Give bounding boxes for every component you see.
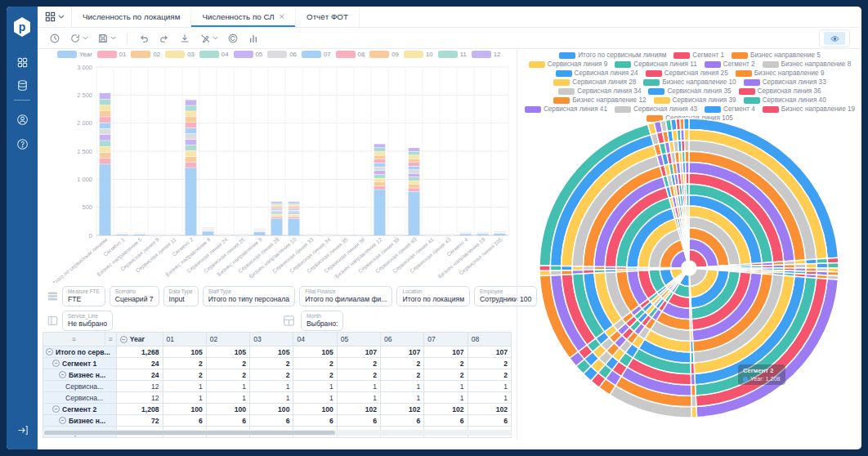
cell-month-06[interactable]: 1 (381, 381, 424, 392)
col-header-02[interactable]: 02 (206, 333, 249, 346)
cell-month-02[interactable]: 6 (206, 415, 249, 427)
col-header-08[interactable]: 08 (468, 333, 511, 346)
col-header-07[interactable]: 07 (424, 333, 468, 346)
filter-chip-staff-type[interactable]: Staff TypeИтого по типу персонала (203, 286, 296, 306)
tab-1[interactable]: Численность по локациям (72, 7, 191, 27)
sun-legend-item-19[interactable]: Сервисная линия 40 (744, 96, 826, 104)
row-label[interactable]: Сервисна... (43, 392, 117, 404)
cell-year[interactable]: 1,268 (116, 346, 163, 358)
sun-legend-item-23[interactable]: Бизнес направление 19 (763, 105, 855, 113)
cell-month-04[interactable]: 1 (293, 381, 337, 392)
filter-chip-service-line[interactable]: Service_LineНе выбрано (62, 311, 113, 331)
cell-month-08[interactable]: 2 (468, 358, 511, 369)
col-header-06[interactable]: 06 (381, 333, 424, 346)
sun-legend-item-6[interactable]: Сегмент 2 (705, 60, 755, 68)
cell-year[interactable]: 72 (116, 415, 163, 427)
sun-legend-item-13[interactable]: Сервисная линия 33 (744, 78, 826, 86)
cell-month-01[interactable]: 2 (163, 369, 206, 381)
cell-month-01[interactable]: 100 (163, 404, 206, 415)
legend-item-03[interactable]: 03 (165, 51, 195, 58)
tab-2[interactable]: Численность по СЛ× (191, 7, 296, 27)
legend-item-12[interactable]: 12 (472, 51, 501, 58)
col-header-year[interactable]: Year (116, 333, 163, 346)
brand-logo-icon[interactable]: p (12, 16, 32, 38)
cell-month-06[interactable]: 6 (381, 415, 424, 427)
sun-legend-item-8[interactable]: Сервисная линия 24 (556, 69, 638, 77)
filter-chip-scenario[interactable]: ScenarioСценарий 7 (110, 286, 159, 306)
refresh-button[interactable] (69, 33, 88, 44)
apps-grid-icon[interactable] (14, 54, 30, 70)
cell-month-07[interactable]: 2 (424, 369, 468, 381)
filter-chip-measure-fte[interactable]: Measure FTEFTE (62, 286, 105, 306)
filter-chip-location[interactable]: LocationИтого по локациям (396, 286, 470, 306)
cell-month-04[interactable]: 6 (293, 415, 337, 427)
cell-month-07[interactable]: 107 (424, 346, 468, 358)
cell-month-01[interactable]: 1 (163, 392, 206, 404)
workspace-menu-button[interactable] (38, 7, 72, 27)
cell-month-01[interactable]: 2 (163, 358, 206, 369)
cell-month-05[interactable]: 1 (337, 392, 380, 404)
cell-month-07[interactable]: 102 (424, 404, 468, 415)
sun-legend-item-12[interactable]: Бизнес направление 10 (643, 78, 736, 86)
cell-month-01[interactable]: 105 (163, 346, 206, 358)
cell-month-02[interactable]: 1 (206, 392, 249, 404)
cell-month-06[interactable]: 2 (381, 369, 424, 381)
legend-item-08[interactable]: 08 (336, 51, 365, 58)
columns-dimension-icon[interactable] (44, 312, 60, 329)
help-icon[interactable] (14, 136, 30, 152)
cell-month-04[interactable]: 2 (293, 369, 337, 381)
sun-legend-item-4[interactable]: Сервисная линия 9 (529, 60, 608, 68)
sunburst-chart[interactable] (518, 116, 861, 440)
redo-button[interactable] (159, 33, 170, 44)
download-button[interactable] (179, 33, 190, 44)
collapse-icon[interactable] (59, 371, 66, 378)
cell-year[interactable]: 24 (116, 358, 163, 369)
sun-legend-item-16[interactable]: Сервисная линия 36 (739, 87, 821, 95)
save-button[interactable] (97, 33, 116, 44)
collapse-icon[interactable] (120, 336, 128, 343)
col-header-01[interactable]: 01 (163, 333, 206, 346)
row-label[interactable]: Сервисна... (43, 381, 117, 392)
sun-legend-item-22[interactable]: Сегмент 4 (705, 105, 755, 113)
cell-month-01[interactable]: 1 (163, 381, 206, 392)
cell-month-08[interactable]: 2 (468, 369, 511, 381)
cell-year[interactable]: 12 (116, 381, 163, 392)
sun-legend-item-17[interactable]: Бизнес направление 12 (553, 96, 646, 104)
cell-month-07[interactable]: 6 (424, 415, 468, 427)
legend-item-11[interactable]: 11 (438, 51, 467, 58)
col-header-03[interactable]: 03 (250, 333, 293, 346)
cell-month-03[interactable]: 1 (250, 392, 293, 404)
database-icon[interactable] (14, 77, 30, 93)
legend-item-02[interactable]: 02 (131, 51, 160, 58)
cell-year[interactable]: 24 (116, 369, 163, 381)
cell-month-05[interactable]: 1 (337, 381, 380, 392)
sun-legend-item-20[interactable]: Сервисная линия 41 (525, 105, 607, 113)
filter-chip-filial-finance[interactable]: Filial FinanceИтого по филиалам фи... (299, 286, 392, 306)
cell-month-07[interactable]: 1 (424, 381, 468, 392)
scrollbar-thumb[interactable] (44, 431, 335, 435)
legend-item-07[interactable]: 07 (302, 51, 331, 58)
cell-month-04[interactable]: 105 (293, 346, 337, 358)
history-button[interactable] (49, 33, 60, 44)
collapse-icon[interactable] (52, 405, 60, 413)
collapse-icon[interactable] (52, 360, 60, 367)
sun-legend-item-9[interactable]: Сервисная линия 25 (646, 69, 728, 77)
cell-month-05[interactable]: 6 (337, 415, 380, 427)
cell-month-03[interactable]: 6 (250, 415, 293, 427)
cell-month-06[interactable]: 107 (381, 346, 424, 358)
cell-month-05[interactable]: 102 (337, 404, 380, 415)
cell-month-05[interactable]: 107 (337, 346, 380, 358)
cell-month-08[interactable]: 107 (468, 346, 511, 358)
cell-year[interactable]: 12 (116, 392, 163, 404)
row-label[interactable]: Итого по серв... (43, 346, 117, 358)
sun-legend-item-1[interactable]: Итого по сервисным линиям (559, 51, 666, 59)
cell-month-04[interactable]: 1 (293, 392, 337, 404)
undo-button[interactable] (138, 33, 150, 44)
legend-item-09[interactable]: 09 (369, 51, 399, 58)
cell-month-05[interactable]: 2 (337, 358, 380, 369)
cell-month-05[interactable]: 2 (337, 369, 380, 381)
sun-legend-item-11[interactable]: Сервисная линия 28 (553, 78, 636, 86)
sun-legend-item-21[interactable]: Сервисная линия 43 (615, 105, 697, 113)
sun-legend-item-7[interactable]: Бизнес направление 8 (763, 60, 852, 68)
cell-month-07[interactable]: 2 (424, 358, 468, 369)
